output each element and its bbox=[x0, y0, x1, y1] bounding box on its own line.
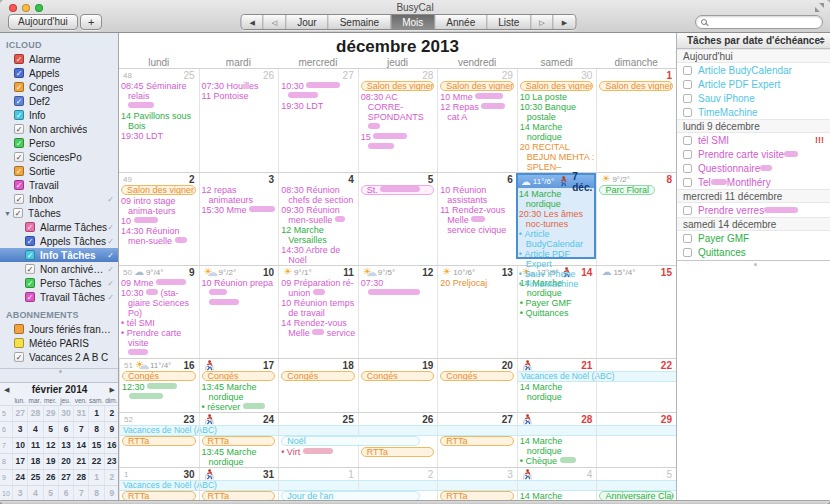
all-day-event-pill[interactable]: Parc Floral bbox=[599, 185, 655, 195]
minical-day[interactable]: 28 bbox=[73, 469, 88, 485]
all-day-event-pill[interactable]: Congés bbox=[202, 371, 276, 381]
minical-day[interactable]: 14 bbox=[73, 437, 88, 453]
calendar-checkbox[interactable]: ✓ bbox=[25, 292, 35, 302]
day-cell[interactable]: ☀9°/1°1109 Préparation ré-union 10 Réuni… bbox=[278, 266, 358, 358]
minical-day[interactable]: 16 bbox=[104, 437, 119, 453]
day-cell[interactable]: ☁11°/6°7 déc.14 Marche nordique20:30 Les… bbox=[516, 173, 597, 259]
minical-day[interactable]: 12 bbox=[43, 437, 58, 453]
all-day-event-pill[interactable]: Salon des vigner… bbox=[440, 81, 514, 91]
minical-day[interactable]: 18 bbox=[27, 453, 42, 469]
sidebar-item-appels[interactable]: ✓Appels bbox=[0, 66, 118, 80]
task-row[interactable]: tél SMI!!! bbox=[677, 133, 830, 147]
sidebar-item-travail[interactable]: ✓Travail bbox=[0, 178, 118, 192]
minical-day[interactable]: 15 bbox=[88, 437, 103, 453]
minical-day[interactable]: 23 bbox=[104, 453, 119, 469]
day-cell[interactable]: 3RTTa bbox=[437, 468, 517, 504]
sidebar-item-inbox[interactable]: ✓Inbox✓ bbox=[0, 192, 118, 206]
day-cell[interactable]: 27RTTa bbox=[437, 413, 517, 467]
day-cell[interactable]: 31RTTa13:45 Marche nordique• Chq bbox=[199, 468, 279, 504]
calendar-event[interactable]: 09 Mme bbox=[121, 278, 197, 288]
calendar-event[interactable]: 10 Réunion assistants bbox=[440, 185, 515, 205]
minical-day[interactable]: 11 bbox=[27, 437, 42, 453]
day-cell[interactable]: 408:30 Réunion chefs de section09:30 Réu… bbox=[278, 173, 358, 265]
day-cell[interactable]: ☀9°/2°8Parc Floral bbox=[596, 173, 676, 265]
calendar-event[interactable]: 14 Rendez-vous Melle service bbox=[281, 318, 356, 338]
calendar-checkbox[interactable]: ✓ bbox=[25, 278, 35, 288]
calendar-event[interactable]: 09 Préparation ré-union bbox=[281, 278, 356, 298]
task-item[interactable]: • Payer GMF bbox=[520, 298, 595, 308]
sidebar-item-def2[interactable]: ✓Def2 bbox=[0, 94, 118, 108]
view-tab-mois[interactable]: Mois bbox=[391, 15, 435, 29]
task-checkbox[interactable] bbox=[683, 80, 692, 89]
day-cell[interactable]: 1Jour de l'an bbox=[278, 468, 358, 504]
calendar-event[interactable]: 20 Preljocaj bbox=[440, 278, 515, 288]
minical-day[interactable]: 3 bbox=[12, 421, 27, 437]
calendar-checkbox[interactable]: ✓ bbox=[14, 352, 24, 362]
day-cell[interactable]: 30Salon des vigner…10 La poste10:30 Banq… bbox=[517, 69, 597, 172]
task-row[interactable]: Tel Montlhéry bbox=[677, 175, 830, 189]
minical-day[interactable]: 24 bbox=[12, 469, 27, 485]
task-row[interactable]: Questionnaire bbox=[677, 161, 830, 175]
day-cell[interactable]: 312 repas animateurs15:30 Mme bbox=[199, 173, 279, 265]
calendar-checkbox[interactable]: ✓ bbox=[14, 110, 24, 120]
calendar-checkbox[interactable]: ✓ bbox=[14, 166, 24, 176]
minical-next-icon[interactable]: ▶ bbox=[110, 386, 115, 394]
view-tab-jour[interactable]: Jour bbox=[286, 15, 328, 29]
task-checkbox[interactable] bbox=[683, 164, 692, 173]
calendar-event[interactable]: 07:30 Houilles bbox=[202, 81, 277, 91]
task-row[interactable]: Payer GMF bbox=[677, 231, 830, 245]
calendar-event[interactable]: 10 Réunion temps de travail bbox=[281, 298, 356, 318]
day-cell[interactable]: 5Anniversaire Clau… bbox=[596, 468, 676, 504]
task-checkbox[interactable] bbox=[683, 178, 692, 187]
all-day-event-pill[interactable]: Salon des vigner… bbox=[121, 185, 196, 195]
next-button[interactable]: ▷ bbox=[531, 15, 553, 29]
sidebar-item-appels-t-ches[interactable]: ✓Appels Tâches✓ bbox=[0, 234, 118, 248]
calendar-checkbox[interactable]: ✓ bbox=[25, 250, 35, 260]
task-row[interactable]: Prendre carte visite bbox=[677, 147, 830, 161]
calendar-event[interactable]: 13:45 Marche nordique bbox=[202, 447, 277, 467]
calendar-checkbox[interactable]: ✓ bbox=[14, 68, 24, 78]
sidebar-item-non-archiv-s[interactable]: ✓Non archivés bbox=[0, 122, 118, 136]
all-day-event-pill[interactable]: RTTa bbox=[440, 436, 514, 446]
minical-day[interactable]: 5 bbox=[43, 485, 58, 501]
minical-day[interactable]: 27 bbox=[12, 405, 27, 421]
all-day-event-pill[interactable]: Salon des vigner… bbox=[361, 81, 435, 91]
sidebar-item-sciencespo[interactable]: ✓SciencesPo bbox=[0, 150, 118, 164]
calendar-event[interactable]: 20:30 Les âmes noc-turnes bbox=[519, 209, 594, 229]
sidebar-item-conges[interactable]: ✓Conges bbox=[0, 80, 118, 94]
day-cell[interactable]: 18Congés bbox=[278, 359, 358, 412]
task-checkbox[interactable] bbox=[683, 206, 692, 215]
day-cell[interactable]: 2607:30 Houilles11 Pontoise bbox=[199, 69, 279, 172]
all-day-event-pill[interactable]: RTTa bbox=[202, 436, 276, 446]
minical-day[interactable]: 13 bbox=[58, 437, 73, 453]
day-cell[interactable]: 492Salon des vigner…09 intro stage anima… bbox=[119, 173, 199, 265]
minical-day[interactable]: 19 bbox=[43, 453, 58, 469]
calendar-event[interactable]: 08:30 AC CORRE-SPONDANTS bbox=[361, 92, 436, 132]
minical-day[interactable]: 26 bbox=[43, 469, 58, 485]
minical-day[interactable]: 2 bbox=[104, 469, 119, 485]
day-cell[interactable]: 28Salon des vigner…08:30 AC CORRE-SPONDA… bbox=[358, 69, 438, 172]
all-day-event-pill[interactable]: Congés bbox=[281, 371, 355, 381]
day-cell[interactable]: 482508:45 Séminaire relais14 Pavillons s… bbox=[119, 69, 199, 172]
calendar-event[interactable]: 14 Marche nordique bbox=[520, 436, 595, 456]
minical-day[interactable]: 8 bbox=[88, 421, 103, 437]
task-checkbox[interactable] bbox=[683, 108, 692, 117]
calendar-event[interactable]: 19:30 LDT bbox=[121, 131, 197, 141]
calendar-event[interactable]: 20 RECITAL BEJUN MEHTA : SPLEN– bbox=[520, 142, 595, 172]
task-checkbox[interactable] bbox=[683, 150, 692, 159]
calendar-event[interactable]: 19:30 LDT bbox=[281, 101, 356, 111]
day-cell[interactable]: 5St. bbox=[358, 173, 438, 265]
minical-day[interactable]: 21 bbox=[73, 453, 88, 469]
minimize-button[interactable] bbox=[22, 4, 30, 12]
all-day-event-pill[interactable]: RTTa bbox=[122, 436, 196, 446]
sidebar-item-t-ches[interactable]: ▼✓Tâches bbox=[0, 206, 118, 220]
calendar-checkbox[interactable]: ✓ bbox=[14, 152, 24, 162]
view-tab-année[interactable]: Année bbox=[435, 15, 487, 29]
calendar-event[interactable]: 15 bbox=[361, 132, 436, 142]
today-button[interactable]: Aujourd'hui bbox=[8, 14, 78, 30]
sidebar-item-perso-t-ches[interactable]: ✓Perso Tâches✓ bbox=[0, 276, 118, 290]
minical-day[interactable]: 4 bbox=[27, 485, 42, 501]
day-cell[interactable]: 5223RTTa bbox=[119, 413, 199, 467]
sidebar-resize-handle[interactable] bbox=[0, 368, 118, 374]
day-cell[interactable]: 25Noël• Virt bbox=[278, 413, 358, 467]
